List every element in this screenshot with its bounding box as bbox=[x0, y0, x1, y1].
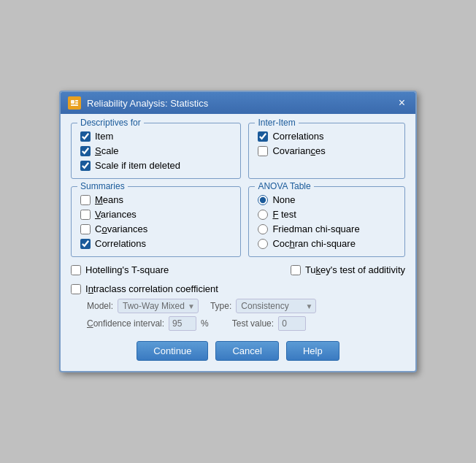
svg-rect-4 bbox=[71, 104, 78, 106]
ci-label: Confidence interval: bbox=[87, 318, 164, 329]
inter-item-panel: Inter-Item Correlations Covariances bbox=[248, 123, 405, 179]
standalone-full-row: Hotelling's T-square Tukey's test of add… bbox=[71, 264, 405, 279]
title-bar-left: Reliability Analysis: Statistics bbox=[68, 96, 208, 110]
means-label[interactable]: Means bbox=[95, 194, 123, 205]
model-label: Model: bbox=[87, 301, 113, 311]
tukey-label[interactable]: Tukey's test of additivity bbox=[305, 264, 405, 275]
sum-correlations-checkbox[interactable] bbox=[80, 239, 91, 249]
sum-covariances-label[interactable]: Covariances bbox=[95, 223, 147, 234]
reliability-analysis-statistics-dialog: Reliability Analysis: Statistics × Descr… bbox=[59, 91, 417, 372]
type-dropdown-arrow: ▼ bbox=[305, 302, 312, 310]
inter-item-panel-title: Inter-Item bbox=[255, 118, 298, 128]
scale-if-deleted-checkbox[interactable] bbox=[80, 161, 91, 171]
model-value: Two-Way Mixed bbox=[123, 301, 185, 311]
icc-row: Intraclass correlation coefficient bbox=[71, 283, 405, 294]
icc-label[interactable]: Intraclass correlation coefficient bbox=[85, 283, 218, 294]
model-group: Model: Two-Way Mixed ▼ bbox=[87, 299, 199, 313]
inter-item-correlations-checkbox[interactable] bbox=[258, 131, 268, 142]
descriptives-panel-title: Descriptives for bbox=[77, 118, 144, 128]
ci-unit: % bbox=[201, 318, 209, 329]
scale-checkbox[interactable] bbox=[80, 146, 91, 156]
continue-button[interactable]: Continue bbox=[137, 341, 208, 361]
icc-checkbox[interactable] bbox=[71, 284, 81, 294]
sum-correlations-label[interactable]: Correlations bbox=[95, 238, 146, 249]
sum-covariances-checkbox-row: Covariances bbox=[80, 223, 231, 234]
scale-checkbox-row: Scale bbox=[80, 145, 231, 156]
inter-item-covariances-label[interactable]: Covariances bbox=[272, 145, 325, 156]
item-label[interactable]: Item bbox=[95, 131, 113, 142]
tukey-checkbox[interactable] bbox=[291, 265, 301, 275]
model-type-row: Model: Two-Way Mixed ▼ Type: Consistency… bbox=[71, 299, 405, 313]
top-panels: Descriptives for Item Scale Sca bbox=[71, 123, 405, 179]
anova-panel-title: ANOVA Table bbox=[255, 181, 313, 191]
ci-test-row: Confidence interval: % Test value: bbox=[71, 316, 405, 331]
item-checkbox[interactable] bbox=[80, 131, 91, 142]
anova-none-row: None bbox=[258, 194, 396, 205]
inter-item-covariances-checkbox[interactable] bbox=[258, 146, 268, 156]
anova-none-radio[interactable] bbox=[258, 195, 268, 205]
close-button[interactable]: × bbox=[396, 97, 408, 109]
scale-label[interactable]: Scale bbox=[95, 145, 119, 156]
sum-covariances-checkbox[interactable] bbox=[80, 224, 91, 234]
ci-input[interactable] bbox=[169, 316, 196, 331]
summaries-panel-title: Summaries bbox=[77, 181, 128, 191]
type-label: Type: bbox=[210, 301, 231, 311]
type-dropdown[interactable]: Consistency ▼ bbox=[236, 299, 316, 313]
anova-ftest-label[interactable]: F test bbox=[272, 209, 296, 220]
inter-item-correlations-label[interactable]: Correlations bbox=[272, 131, 323, 142]
anova-cochran-row: Cochran chi-square bbox=[258, 238, 396, 249]
type-group: Type: Consistency ▼ bbox=[210, 299, 316, 313]
correlations-checkbox-row: Correlations bbox=[258, 131, 396, 142]
model-dropdown[interactable]: Two-Way Mixed ▼ bbox=[118, 299, 199, 313]
dialog-icon bbox=[68, 96, 81, 110]
help-button[interactable]: Help bbox=[286, 341, 339, 361]
cancel-button[interactable]: Cancel bbox=[215, 341, 278, 361]
dialog-body: Descriptives for Item Scale Sca bbox=[61, 114, 415, 371]
sum-correlations-checkbox-row: Correlations bbox=[80, 238, 231, 249]
hotellings-checkbox[interactable] bbox=[71, 265, 81, 275]
model-dropdown-arrow: ▼ bbox=[188, 302, 195, 310]
summaries-panel: Summaries Means Variances Covar bbox=[71, 186, 241, 257]
covariances-checkbox-row: Covariances bbox=[258, 145, 396, 156]
tukey-row: Tukey's test of additivity bbox=[291, 264, 405, 275]
anova-friedman-label[interactable]: Friedman chi-square bbox=[272, 223, 359, 234]
svg-rect-3 bbox=[75, 102, 78, 104]
type-value: Consistency bbox=[241, 301, 288, 311]
anova-cochran-radio[interactable] bbox=[258, 239, 268, 249]
svg-rect-1 bbox=[71, 100, 74, 104]
anova-none-label[interactable]: None bbox=[272, 194, 295, 205]
test-label: Test value: bbox=[232, 318, 274, 329]
means-checkbox[interactable] bbox=[80, 195, 91, 205]
anova-ftest-row: F test bbox=[258, 209, 396, 220]
title-bar: Reliability Analysis: Statistics × bbox=[61, 92, 415, 114]
buttons-row: Continue Cancel Help bbox=[71, 341, 405, 361]
hotellings-label[interactable]: Hotelling's T-square bbox=[85, 264, 169, 275]
variances-checkbox[interactable] bbox=[80, 210, 91, 220]
scale-if-deleted-checkbox-row: Scale if item deleted bbox=[80, 160, 231, 171]
hotellings-row: Hotelling's T-square bbox=[71, 264, 169, 275]
descriptives-panel: Descriptives for Item Scale Sca bbox=[71, 123, 241, 179]
middle-panels: Summaries Means Variances Covar bbox=[71, 186, 405, 257]
variances-label[interactable]: Variances bbox=[95, 209, 137, 220]
anova-panel: ANOVA Table None F test Friedman chi-squ… bbox=[248, 186, 405, 257]
dialog-title: Reliability Analysis: Statistics bbox=[87, 98, 208, 109]
means-checkbox-row: Means bbox=[80, 194, 231, 205]
svg-rect-2 bbox=[75, 100, 78, 102]
anova-ftest-radio[interactable] bbox=[258, 210, 268, 220]
item-checkbox-row: Item bbox=[80, 131, 231, 142]
variances-checkbox-row: Variances bbox=[80, 209, 231, 220]
test-value-input[interactable] bbox=[278, 316, 306, 331]
bottom-section: Hotelling's T-square Tukey's test of add… bbox=[71, 264, 405, 331]
scale-if-deleted-label[interactable]: Scale if item deleted bbox=[95, 160, 180, 171]
anova-friedman-row: Friedman chi-square bbox=[258, 223, 396, 234]
anova-friedman-radio[interactable] bbox=[258, 224, 268, 234]
anova-cochran-label[interactable]: Cochran chi-square bbox=[272, 238, 355, 249]
